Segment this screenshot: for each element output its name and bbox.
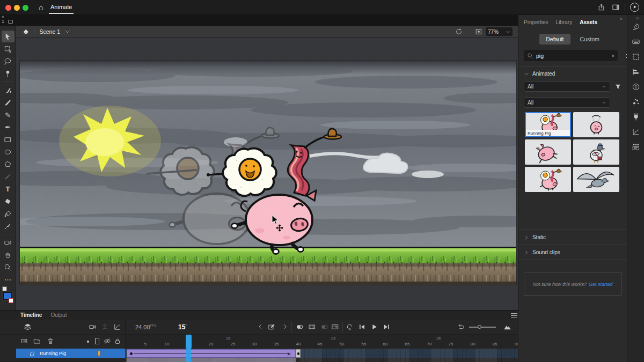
layer-row-running-pig[interactable]: Running Pig xyxy=(16,349,125,358)
swatches-panel-icon[interactable] xyxy=(632,98,640,106)
asset-thumbnail-parachute-pig[interactable] xyxy=(573,112,619,137)
layer-track-running-pig[interactable] xyxy=(125,349,518,358)
outline-layers-icon[interactable] xyxy=(95,338,99,344)
step-forward-icon[interactable] xyxy=(383,323,391,331)
play-icon[interactable] xyxy=(370,323,378,331)
timeline-ruler[interactable]: 1s 2s 3s 5 10 15 20 25 30 35 40 45 50 55… xyxy=(125,335,518,349)
polystar-tool[interactable] xyxy=(2,158,14,170)
timeline-zoom-knob[interactable] xyxy=(478,325,481,329)
layer-parenting-icon[interactable] xyxy=(101,323,109,331)
delete-layer-icon[interactable] xyxy=(47,337,54,345)
line-tool[interactable] xyxy=(2,171,14,182)
asset-thumbnail-running-pig[interactable]: Running Pig xyxy=(525,112,571,137)
eraser-tool[interactable] xyxy=(2,195,14,207)
playhead-head[interactable] xyxy=(186,335,192,349)
expand-dock-icon[interactable]: » xyxy=(636,16,639,21)
asset-thumbnail-running-pig-2[interactable] xyxy=(525,167,571,192)
oval-tool[interactable] xyxy=(2,146,14,158)
camera-tool[interactable] xyxy=(2,237,14,248)
paint-bucket-tool[interactable] xyxy=(2,208,14,219)
asset-warp-panel-icon[interactable] xyxy=(632,113,640,121)
loop-playback-icon[interactable] xyxy=(346,323,354,331)
previous-keyframe-icon[interactable] xyxy=(257,323,264,330)
filter-dropdown-2[interactable]: All xyxy=(524,97,610,108)
show-graph-icon[interactable] xyxy=(113,323,121,331)
components-panel-icon[interactable] xyxy=(632,143,640,151)
asset-thumbnail-flying-pigeon[interactable] xyxy=(573,167,619,192)
step-back-icon[interactable] xyxy=(358,323,366,331)
scene-chevron-down-icon[interactable] xyxy=(64,28,71,35)
text-tool[interactable]: T xyxy=(2,183,14,195)
symbol-clover-icon[interactable]: ♣ xyxy=(24,27,28,35)
onion-skin-outline-icon[interactable] xyxy=(308,323,316,331)
zoom-tool[interactable] xyxy=(2,261,14,273)
asset-thumbnail-standing-pigeon[interactable] xyxy=(573,139,619,165)
extend-frames-icon[interactable] xyxy=(331,323,339,331)
reset-timeline-zoom-icon[interactable] xyxy=(457,323,465,331)
timeline-zoom-in-icon[interactable] xyxy=(503,323,511,331)
highlight-layers-dot[interactable] xyxy=(87,341,89,343)
section-sound-clips[interactable]: Sound clips xyxy=(518,245,627,260)
section-animated[interactable]: Animated xyxy=(518,67,627,81)
layer-view-icon[interactable] xyxy=(24,323,32,331)
layer-track-2[interactable] xyxy=(125,358,518,362)
rectangle-tool[interactable] xyxy=(2,134,14,145)
close-window-button[interactable] xyxy=(5,5,11,11)
transform-panel-icon[interactable] xyxy=(632,53,640,61)
lock-layers-icon[interactable] xyxy=(114,337,121,345)
align-panel-icon[interactable] xyxy=(632,68,640,76)
pen-tool[interactable]: ✒ xyxy=(2,121,14,133)
zoom-level-select[interactable]: 77% xyxy=(486,27,513,36)
asset-warp-tool[interactable] xyxy=(2,68,14,79)
section-static[interactable]: Static xyxy=(518,230,627,245)
edit-multiple-frames-icon[interactable] xyxy=(320,323,328,331)
home-icon[interactable]: ⌂ xyxy=(39,3,43,12)
timeline-zoom-slider[interactable] xyxy=(469,327,496,328)
new-layer-icon[interactable] xyxy=(20,337,28,345)
filter-icon[interactable] xyxy=(614,83,621,90)
tab-properties[interactable]: Properties xyxy=(524,19,548,25)
clear-search-icon[interactable]: × xyxy=(611,53,614,59)
motion-editor-icon[interactable] xyxy=(632,128,640,136)
asset-thumbnail-jumping-pig[interactable] xyxy=(525,139,571,165)
get-started-link[interactable]: Get started xyxy=(589,282,613,287)
stage-canvas[interactable] xyxy=(20,61,516,285)
search-input[interactable] xyxy=(536,53,609,59)
layer-outline-color-swatch[interactable] xyxy=(97,351,100,356)
tab-assets[interactable]: Assets xyxy=(580,19,597,25)
tab-default[interactable]: Default xyxy=(539,34,570,45)
collapse-panel-icon[interactable]: » xyxy=(620,16,623,21)
minimize-window-button[interactable] xyxy=(14,5,20,11)
add-camera-icon[interactable] xyxy=(89,323,97,331)
app-tab-animate[interactable]: Animate xyxy=(50,4,72,10)
zoom-window-button[interactable] xyxy=(23,5,28,11)
fps-display[interactable]: 24.00FPS xyxy=(135,324,156,330)
playhead[interactable] xyxy=(186,349,191,362)
keyboard-panel-icon[interactable] xyxy=(632,38,640,46)
layer-row-2[interactable] xyxy=(16,358,125,362)
hand-tool[interactable] xyxy=(2,249,14,261)
hide-layers-icon[interactable] xyxy=(104,337,111,345)
lasso-tool[interactable] xyxy=(2,55,14,67)
tab-timeline[interactable]: Timeline xyxy=(20,312,42,318)
workspace-icon[interactable] xyxy=(612,3,620,11)
next-keyframe-icon[interactable] xyxy=(281,323,289,330)
eyedropper-tool[interactable] xyxy=(2,220,14,232)
tab-library[interactable]: Library xyxy=(556,19,573,25)
onion-skin-icon[interactable] xyxy=(296,323,304,331)
info-panel-icon[interactable] xyxy=(632,83,640,91)
swap-colors-icon[interactable] xyxy=(9,298,13,303)
insert-keyframe-icon[interactable] xyxy=(268,323,276,331)
pasteboard[interactable] xyxy=(16,38,518,310)
brush-library-icon[interactable] xyxy=(632,23,640,31)
more-tools-button[interactable]: ⋯ xyxy=(2,274,14,285)
stroke-color-swatch[interactable] xyxy=(2,286,7,291)
filter-dropdown-1[interactable]: All xyxy=(524,81,610,92)
free-transform-tool[interactable] xyxy=(2,43,14,55)
test-movie-button[interactable] xyxy=(630,3,639,12)
classic-brush-tool[interactable] xyxy=(2,97,14,108)
pencil-tool[interactable]: ✎ xyxy=(2,109,14,121)
new-folder-icon[interactable] xyxy=(33,337,41,345)
selection-tool[interactable] xyxy=(2,31,14,42)
scene-name[interactable]: Scene 1 xyxy=(40,28,61,35)
